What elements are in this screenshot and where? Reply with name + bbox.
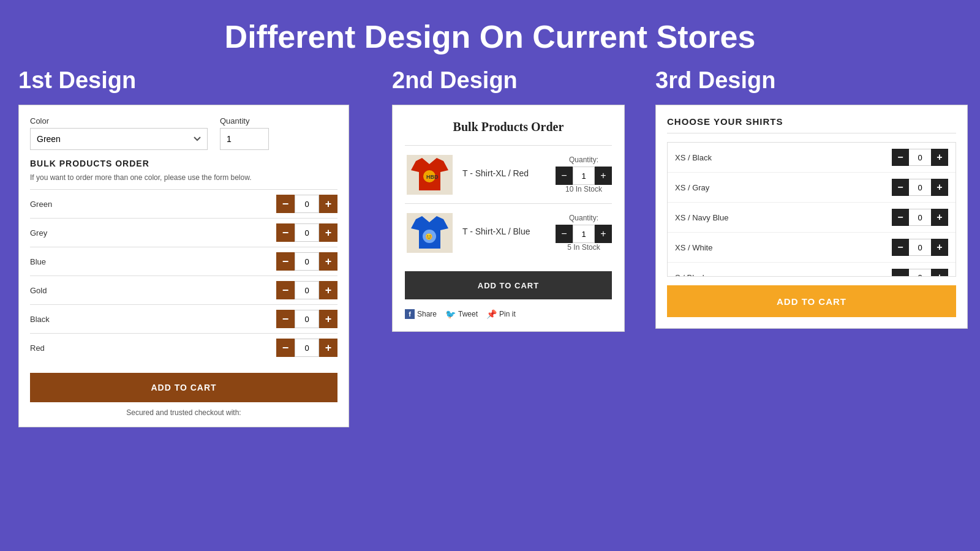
tweet-label: Tweet <box>458 310 478 318</box>
facebook-icon: f <box>405 309 415 319</box>
facebook-share-link[interactable]: f Share <box>405 309 437 319</box>
stepper-grey: − 0 + <box>276 223 337 242</box>
pinterest-icon: 📌 <box>486 309 497 319</box>
design1-card: Color Green Grey Blue Gold Black Red Qua… <box>18 105 349 427</box>
bulk-row-label-blue: Blue <box>30 257 104 266</box>
d3-row-xs-navyblue: XS / Navy Blue − 0 + <box>668 203 956 233</box>
scroll-area[interactable]: XS / Black − 0 + XS / Gray − 0 + <box>667 142 956 277</box>
stepper-val-black: 0 <box>295 310 319 328</box>
stepper2-val-blue: 1 <box>573 225 595 243</box>
d3-row-xs-black: XS / Black − 0 + <box>668 143 956 173</box>
product-row-blue: 😊 T - Shirt-XL / Blue Quantity: − 1 + 5 … <box>405 203 612 261</box>
plus-btn-red[interactable]: + <box>319 339 337 357</box>
qty-label: Quantity <box>220 116 269 126</box>
product-name-red: T - Shirt-XL / Red <box>462 168 547 178</box>
d3-minus-xs-navyblue[interactable]: − <box>892 209 909 226</box>
stock-blue: 5 In Stock <box>567 243 600 252</box>
product-img-blue: 😊 <box>405 211 454 254</box>
d3-plus-s-black[interactable]: + <box>931 269 948 277</box>
bulk-row-label-black: Black <box>30 315 104 324</box>
d3-label-s-black: S / Black <box>675 273 892 277</box>
minus-btn-black[interactable]: − <box>276 310 295 328</box>
twitter-icon: 🐦 <box>445 309 456 319</box>
minus-btn-gold[interactable]: − <box>276 281 295 299</box>
d3-row-s-black: S / Black − 0 + <box>668 263 956 277</box>
design2-card: Bulk Products Order HBD T - Shirt-XL / R… <box>392 105 625 332</box>
pin-label: Pin it <box>499 310 516 318</box>
d3-stepper-xs-white: − 0 + <box>892 239 948 256</box>
d3-val-xs-gray: 0 <box>909 179 931 196</box>
stepper-black: − 0 + <box>276 310 337 328</box>
d3-row-xs-gray: XS / Gray − 0 + <box>668 173 956 203</box>
minus-btn-blue[interactable]: − <box>276 252 295 271</box>
add-to-cart-btn3[interactable]: ADD TO CART <box>667 285 956 317</box>
design1-column: 1st Design Color Green Grey Blue Gold Bl… <box>18 67 380 427</box>
twitter-tweet-link[interactable]: 🐦 Tweet <box>445 309 478 319</box>
social-row: f Share 🐦 Tweet 📌 Pin it <box>405 309 612 319</box>
bulk-row-black: Black − 0 + <box>30 304 337 333</box>
d3-row-xs-white: XS / White − 0 + <box>668 233 956 263</box>
minus-btn-grey[interactable]: − <box>276 223 295 242</box>
color-select[interactable]: Green Grey Blue Gold Black Red <box>30 128 208 150</box>
bulk-row-grey: Grey − 0 + <box>30 218 337 247</box>
qty-section-red: Quantity: − 1 + 10 In Stock <box>556 156 612 193</box>
d3-val-xs-navyblue: 0 <box>909 209 931 226</box>
choose-title: CHOOSE YOUR SHIRTS <box>667 116 956 133</box>
d3-minus-xs-gray[interactable]: − <box>892 179 909 196</box>
stepper-blue: − 0 + <box>276 252 337 271</box>
stepper-val-red: 0 <box>295 339 319 357</box>
design2-label: 2nd Design <box>392 67 643 94</box>
d3-stepper-xs-black: − 0 + <box>892 149 948 166</box>
stepper-green: − 0 + <box>276 195 337 213</box>
minus-btn2-red[interactable]: − <box>556 167 573 185</box>
stepper-val-blue: 0 <box>295 252 319 271</box>
page-title: Different Design On Current Stores <box>0 0 980 67</box>
bulk-row-blue: Blue − 0 + <box>30 247 337 276</box>
bulk-title: BULK PRODUCTS ORDER <box>30 159 337 168</box>
plus-btn2-red[interactable]: + <box>595 167 612 185</box>
d3-label-xs-gray: XS / Gray <box>675 183 892 192</box>
add-to-cart-btn1[interactable]: ADD TO CART <box>30 373 337 402</box>
add-to-cart-btn2[interactable]: ADD TO CART <box>405 271 612 299</box>
qty-input[interactable] <box>220 128 269 150</box>
stepper2-red: − 1 + <box>556 167 612 185</box>
minus-btn-green[interactable]: − <box>276 195 295 213</box>
plus-btn-green[interactable]: + <box>319 195 337 213</box>
stepper-val-gold: 0 <box>295 281 319 299</box>
minus-btn2-blue[interactable]: − <box>556 225 573 243</box>
pinterest-pin-link[interactable]: 📌 Pin it <box>486 309 516 319</box>
design3-column: 3rd Design CHOOSE YOUR SHIRTS XS / Black… <box>643 67 968 329</box>
design3-label: 3rd Design <box>655 67 968 94</box>
design1-label: 1st Design <box>18 67 380 94</box>
d3-plus-xs-white[interactable]: + <box>931 239 948 256</box>
d3-plus-xs-navyblue[interactable]: + <box>931 209 948 226</box>
minus-btn-red[interactable]: − <box>276 339 295 357</box>
d3-plus-xs-gray[interactable]: + <box>931 179 948 196</box>
plus-btn-blue[interactable]: + <box>319 252 337 271</box>
bulk-row-green: Green − 0 + <box>30 189 337 218</box>
design3-card: CHOOSE YOUR SHIRTS XS / Black − 0 + XS /… <box>655 105 968 329</box>
d3-minus-s-black[interactable]: − <box>892 269 909 277</box>
product-info-red: T - Shirt-XL / Red <box>454 168 556 181</box>
qty-section-blue: Quantity: − 1 + 5 In Stock <box>556 214 612 252</box>
d3-val-s-black: 0 <box>909 269 931 277</box>
product-row-red: HBD T - Shirt-XL / Red Quantity: − 1 + 1… <box>405 145 612 203</box>
product-name-blue: T - Shirt-XL / Blue <box>462 227 547 236</box>
plus-btn-gold[interactable]: + <box>319 281 337 299</box>
product-img-red: HBD <box>405 153 454 196</box>
plus-btn-black[interactable]: + <box>319 310 337 328</box>
bulk-row-label-red: Red <box>30 343 104 353</box>
d3-minus-xs-white[interactable]: − <box>892 239 909 256</box>
product-info-blue: T - Shirt-XL / Blue <box>454 227 556 239</box>
bulk-row-label-gold: Gold <box>30 286 104 295</box>
d3-minus-xs-black[interactable]: − <box>892 149 909 166</box>
share-label: Share <box>417 310 437 318</box>
stepper2-blue: − 1 + <box>556 225 612 243</box>
plus-btn2-blue[interactable]: + <box>595 225 612 243</box>
secured-text: Secured and trusted checkout with: <box>30 408 337 417</box>
plus-btn-grey[interactable]: + <box>319 223 337 242</box>
d3-label-xs-black: XS / Black <box>675 153 892 162</box>
svg-text:HBD: HBD <box>426 174 439 180</box>
d3-plus-xs-black[interactable]: + <box>931 149 948 166</box>
d3-stepper-xs-gray: − 0 + <box>892 179 948 196</box>
